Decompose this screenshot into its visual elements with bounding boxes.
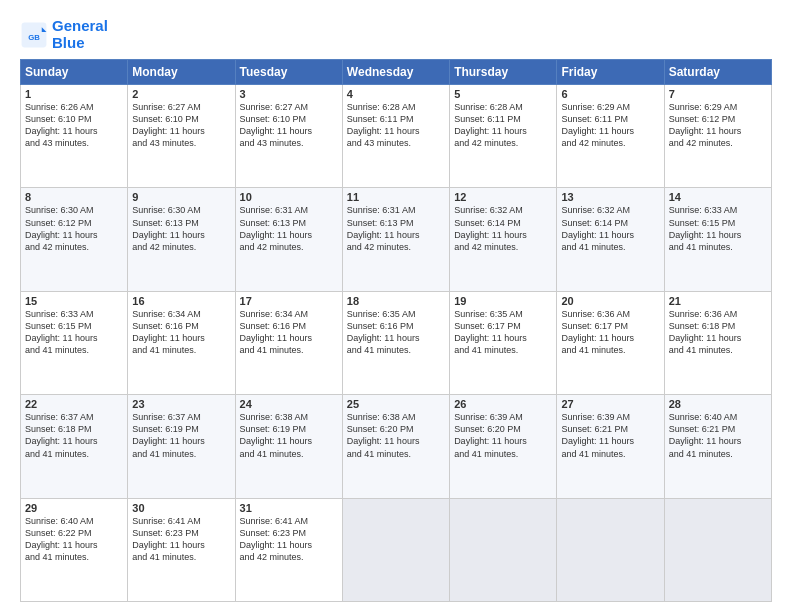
cell-text: Sunrise: 6:30 AM Sunset: 6:13 PM Dayligh… — [132, 204, 230, 253]
calendar-body: 1Sunrise: 6:26 AM Sunset: 6:10 PM Daylig… — [21, 85, 772, 602]
day-number: 7 — [669, 88, 767, 100]
day-number: 1 — [25, 88, 123, 100]
table-row: 23Sunrise: 6:37 AM Sunset: 6:19 PM Dayli… — [128, 395, 235, 498]
day-number: 30 — [132, 502, 230, 514]
table-row: 15Sunrise: 6:33 AM Sunset: 6:15 PM Dayli… — [21, 291, 128, 394]
table-row: 10Sunrise: 6:31 AM Sunset: 6:13 PM Dayli… — [235, 188, 342, 291]
table-row — [557, 498, 664, 601]
cell-text: Sunrise: 6:30 AM Sunset: 6:12 PM Dayligh… — [25, 204, 123, 253]
table-row — [450, 498, 557, 601]
logo-text: General Blue — [52, 18, 108, 51]
cell-text: Sunrise: 6:38 AM Sunset: 6:19 PM Dayligh… — [240, 411, 338, 460]
cell-text: Sunrise: 6:38 AM Sunset: 6:20 PM Dayligh… — [347, 411, 445, 460]
cell-text: Sunrise: 6:29 AM Sunset: 6:12 PM Dayligh… — [669, 101, 767, 150]
cell-text: Sunrise: 6:34 AM Sunset: 6:16 PM Dayligh… — [132, 308, 230, 357]
day-number: 11 — [347, 191, 445, 203]
table-row: 3Sunrise: 6:27 AM Sunset: 6:10 PM Daylig… — [235, 85, 342, 188]
table-row: 26Sunrise: 6:39 AM Sunset: 6:20 PM Dayli… — [450, 395, 557, 498]
table-row: 1Sunrise: 6:26 AM Sunset: 6:10 PM Daylig… — [21, 85, 128, 188]
week-row-2: 8Sunrise: 6:30 AM Sunset: 6:12 PM Daylig… — [21, 188, 772, 291]
cell-text: Sunrise: 6:37 AM Sunset: 6:19 PM Dayligh… — [132, 411, 230, 460]
cell-text: Sunrise: 6:32 AM Sunset: 6:14 PM Dayligh… — [454, 204, 552, 253]
day-number: 8 — [25, 191, 123, 203]
cell-text: Sunrise: 6:31 AM Sunset: 6:13 PM Dayligh… — [240, 204, 338, 253]
day-number: 29 — [25, 502, 123, 514]
table-row: 28Sunrise: 6:40 AM Sunset: 6:21 PM Dayli… — [664, 395, 771, 498]
day-number: 21 — [669, 295, 767, 307]
week-row-3: 15Sunrise: 6:33 AM Sunset: 6:15 PM Dayli… — [21, 291, 772, 394]
table-row — [342, 498, 449, 601]
table-row: 19Sunrise: 6:35 AM Sunset: 6:17 PM Dayli… — [450, 291, 557, 394]
day-number: 22 — [25, 398, 123, 410]
table-row: 18Sunrise: 6:35 AM Sunset: 6:16 PM Dayli… — [342, 291, 449, 394]
day-header-row: SundayMondayTuesdayWednesdayThursdayFrid… — [21, 60, 772, 85]
cell-text: Sunrise: 6:33 AM Sunset: 6:15 PM Dayligh… — [25, 308, 123, 357]
table-row: 27Sunrise: 6:39 AM Sunset: 6:21 PM Dayli… — [557, 395, 664, 498]
cell-text: Sunrise: 6:41 AM Sunset: 6:23 PM Dayligh… — [240, 515, 338, 564]
cell-text: Sunrise: 6:39 AM Sunset: 6:21 PM Dayligh… — [561, 411, 659, 460]
day-number: 2 — [132, 88, 230, 100]
cell-text: Sunrise: 6:29 AM Sunset: 6:11 PM Dayligh… — [561, 101, 659, 150]
table-row: 17Sunrise: 6:34 AM Sunset: 6:16 PM Dayli… — [235, 291, 342, 394]
week-row-4: 22Sunrise: 6:37 AM Sunset: 6:18 PM Dayli… — [21, 395, 772, 498]
table-row: 31Sunrise: 6:41 AM Sunset: 6:23 PM Dayli… — [235, 498, 342, 601]
day-number: 13 — [561, 191, 659, 203]
day-number: 6 — [561, 88, 659, 100]
cell-text: Sunrise: 6:36 AM Sunset: 6:17 PM Dayligh… — [561, 308, 659, 357]
cell-text: Sunrise: 6:40 AM Sunset: 6:21 PM Dayligh… — [669, 411, 767, 460]
cell-text: Sunrise: 6:27 AM Sunset: 6:10 PM Dayligh… — [240, 101, 338, 150]
table-row: 7Sunrise: 6:29 AM Sunset: 6:12 PM Daylig… — [664, 85, 771, 188]
day-header-sunday: Sunday — [21, 60, 128, 85]
day-number: 25 — [347, 398, 445, 410]
table-row: 22Sunrise: 6:37 AM Sunset: 6:18 PM Dayli… — [21, 395, 128, 498]
day-number: 4 — [347, 88, 445, 100]
day-number: 16 — [132, 295, 230, 307]
cell-text: Sunrise: 6:27 AM Sunset: 6:10 PM Dayligh… — [132, 101, 230, 150]
day-number: 19 — [454, 295, 552, 307]
day-number: 3 — [240, 88, 338, 100]
table-row: 4Sunrise: 6:28 AM Sunset: 6:11 PM Daylig… — [342, 85, 449, 188]
table-row: 30Sunrise: 6:41 AM Sunset: 6:23 PM Dayli… — [128, 498, 235, 601]
table-row — [664, 498, 771, 601]
table-row: 6Sunrise: 6:29 AM Sunset: 6:11 PM Daylig… — [557, 85, 664, 188]
cell-text: Sunrise: 6:36 AM Sunset: 6:18 PM Dayligh… — [669, 308, 767, 357]
table-row: 20Sunrise: 6:36 AM Sunset: 6:17 PM Dayli… — [557, 291, 664, 394]
table-row: 9Sunrise: 6:30 AM Sunset: 6:13 PM Daylig… — [128, 188, 235, 291]
day-number: 15 — [25, 295, 123, 307]
logo-line1: General — [52, 17, 108, 34]
day-number: 26 — [454, 398, 552, 410]
day-header-wednesday: Wednesday — [342, 60, 449, 85]
day-number: 17 — [240, 295, 338, 307]
calendar-table: SundayMondayTuesdayWednesdayThursdayFrid… — [20, 59, 772, 602]
table-row: 25Sunrise: 6:38 AM Sunset: 6:20 PM Dayli… — [342, 395, 449, 498]
table-row: 12Sunrise: 6:32 AM Sunset: 6:14 PM Dayli… — [450, 188, 557, 291]
day-number: 31 — [240, 502, 338, 514]
day-number: 12 — [454, 191, 552, 203]
table-row: 8Sunrise: 6:30 AM Sunset: 6:12 PM Daylig… — [21, 188, 128, 291]
table-row: 11Sunrise: 6:31 AM Sunset: 6:13 PM Dayli… — [342, 188, 449, 291]
svg-text:GB: GB — [28, 32, 40, 41]
cell-text: Sunrise: 6:31 AM Sunset: 6:13 PM Dayligh… — [347, 204, 445, 253]
day-header-saturday: Saturday — [664, 60, 771, 85]
cell-text: Sunrise: 6:35 AM Sunset: 6:16 PM Dayligh… — [347, 308, 445, 357]
day-number: 27 — [561, 398, 659, 410]
cell-text: Sunrise: 6:37 AM Sunset: 6:18 PM Dayligh… — [25, 411, 123, 460]
cell-text: Sunrise: 6:33 AM Sunset: 6:15 PM Dayligh… — [669, 204, 767, 253]
cell-text: Sunrise: 6:35 AM Sunset: 6:17 PM Dayligh… — [454, 308, 552, 357]
table-row: 5Sunrise: 6:28 AM Sunset: 6:11 PM Daylig… — [450, 85, 557, 188]
page: GB General Blue SundayMondayTuesdayWedne… — [0, 0, 792, 612]
day-number: 18 — [347, 295, 445, 307]
day-header-thursday: Thursday — [450, 60, 557, 85]
table-row: 16Sunrise: 6:34 AM Sunset: 6:16 PM Dayli… — [128, 291, 235, 394]
cell-text: Sunrise: 6:32 AM Sunset: 6:14 PM Dayligh… — [561, 204, 659, 253]
table-row: 21Sunrise: 6:36 AM Sunset: 6:18 PM Dayli… — [664, 291, 771, 394]
cell-text: Sunrise: 6:28 AM Sunset: 6:11 PM Dayligh… — [454, 101, 552, 150]
cell-text: Sunrise: 6:41 AM Sunset: 6:23 PM Dayligh… — [132, 515, 230, 564]
week-row-5: 29Sunrise: 6:40 AM Sunset: 6:22 PM Dayli… — [21, 498, 772, 601]
logo-icon: GB — [20, 21, 48, 49]
cell-text: Sunrise: 6:26 AM Sunset: 6:10 PM Dayligh… — [25, 101, 123, 150]
day-number: 9 — [132, 191, 230, 203]
cell-text: Sunrise: 6:39 AM Sunset: 6:20 PM Dayligh… — [454, 411, 552, 460]
calendar-header: SundayMondayTuesdayWednesdayThursdayFrid… — [21, 60, 772, 85]
cell-text: Sunrise: 6:40 AM Sunset: 6:22 PM Dayligh… — [25, 515, 123, 564]
